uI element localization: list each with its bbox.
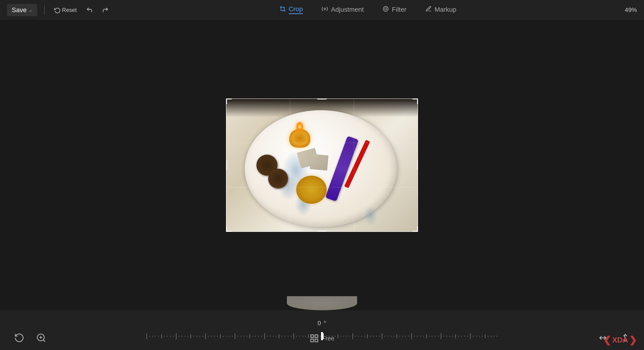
reset-crop-icon <box>14 333 24 343</box>
chevron-down-icon: ⌄ <box>28 7 32 13</box>
svg-rect-10 <box>315 339 318 342</box>
flame <box>296 122 303 131</box>
redo-icon <box>102 7 109 13</box>
svg-rect-9 <box>311 339 314 342</box>
svg-rect-7 <box>311 335 314 338</box>
svg-point-0 <box>324 8 326 9</box>
markup-tab-icon <box>425 5 432 14</box>
toolbar-divider <box>44 5 45 15</box>
svg-rect-8 <box>315 335 318 338</box>
free-icon <box>310 334 319 343</box>
below-crop-image <box>287 296 357 310</box>
toolbar-left: Save ⌄ Reset <box>7 4 111 16</box>
svg-line-4 <box>43 340 45 342</box>
diya <box>289 129 310 148</box>
svg-point-1 <box>383 6 388 11</box>
markup-tab-label: Markup <box>435 6 456 13</box>
zoom-reset-button[interactable] <box>36 333 46 343</box>
photo <box>226 98 418 232</box>
svg-point-2 <box>385 8 387 10</box>
filter-tab-label: Filter <box>392 6 406 13</box>
zoom-icon <box>36 333 46 343</box>
filter-tab-icon <box>382 5 389 14</box>
adjustment-tab-label: Adjustment <box>331 6 364 13</box>
zoom-level: 49% <box>625 6 637 13</box>
undo-button[interactable] <box>84 5 95 15</box>
crop-tab-label: Crop <box>289 5 303 14</box>
history-icon <box>54 7 61 13</box>
tab-crop[interactable]: Crop <box>277 1 305 19</box>
xda-logo: ❮ XDA ❯ <box>603 335 637 345</box>
bottom-left-buttons <box>14 333 46 343</box>
save-label: Save <box>12 6 27 14</box>
toolbar: Save ⌄ Reset <box>0 0 644 20</box>
adjustment-tab-icon <box>322 5 328 14</box>
tab-markup[interactable]: Markup <box>423 1 459 19</box>
xda-text: XDA <box>612 336 628 345</box>
crop-tab-icon <box>280 5 286 14</box>
image-container[interactable] <box>226 98 418 232</box>
tab-adjustment[interactable]: Adjustment <box>319 1 366 19</box>
xda-bracket-right: ❯ <box>629 335 637 345</box>
undo-icon <box>86 7 93 13</box>
cookie2 <box>268 169 288 189</box>
redo-button[interactable] <box>100 5 111 15</box>
save-button[interactable]: Save ⌄ <box>7 4 37 16</box>
reset-crop-button[interactable] <box>14 333 24 343</box>
reset-button[interactable]: Reset <box>52 5 79 15</box>
ruler-center-indicator <box>321 332 323 340</box>
bottom-toolbar: Free <box>0 310 644 350</box>
barfi2 <box>310 154 328 170</box>
xda-bracket-left: ❮ <box>603 335 611 345</box>
free-label: Free <box>322 335 334 342</box>
reset-label: Reset <box>62 7 77 13</box>
tab-filter[interactable]: Filter <box>380 1 409 19</box>
canvas-area <box>0 20 644 310</box>
toolbar-center: Crop Adjustment Filter <box>111 1 625 19</box>
center-item <box>296 176 327 204</box>
